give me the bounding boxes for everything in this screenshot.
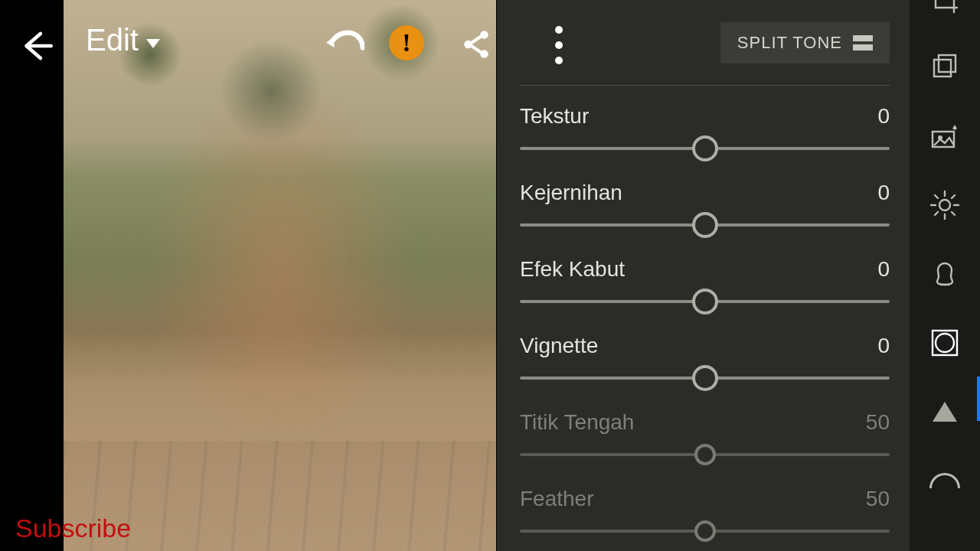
svg-line-11	[952, 195, 955, 198]
svg-rect-1	[939, 55, 956, 72]
slider-feather: Feather 50	[520, 476, 890, 551]
slider-label: Feather	[520, 487, 594, 511]
undo-button[interactable]	[322, 21, 368, 67]
slider-label: Tekstur	[520, 104, 589, 129]
svg-line-19	[472, 37, 482, 43]
top-toolbar: Edit !	[0, 0, 578, 92]
share-button[interactable]	[456, 24, 496, 64]
tool-rail	[910, 0, 980, 551]
slider-track[interactable]	[520, 210, 890, 240]
chevron-down-icon	[146, 39, 160, 48]
slider-track[interactable]	[520, 286, 890, 317]
slider-label: Kejernihan	[520, 181, 622, 205]
slider-titik-tengah: Titik Tengah 50	[520, 399, 890, 476]
slider-value: 50	[866, 487, 890, 511]
presets-icon[interactable]	[928, 51, 962, 84]
color-icon[interactable]	[928, 257, 962, 291]
back-button[interactable]	[14, 24, 57, 67]
slider-value: 0	[877, 257, 890, 282]
slider-track[interactable]	[520, 363, 890, 393]
svg-point-4	[939, 200, 950, 210]
mode-label: Edit	[86, 23, 139, 57]
slider-label: Efek Kabut	[520, 257, 625, 282]
slider-track[interactable]	[520, 133, 890, 164]
detail-icon[interactable]	[928, 326, 962, 360]
sliders-list: Tekstur 0 Kejernihan 0	[520, 86, 890, 551]
slider-tekstur[interactable]: Tekstur 0	[520, 93, 890, 170]
split-tone-label: SPLIT TONE	[737, 33, 842, 53]
slider-value: 50	[866, 410, 890, 435]
slider-track	[520, 516, 890, 546]
light-icon[interactable]	[928, 188, 962, 222]
app-root: SPLIT TONE Tekstur 0 Kejernihan	[0, 0, 980, 551]
slider-label: Titik Tengah	[520, 410, 634, 435]
more-menu-button[interactable]	[546, 26, 572, 64]
subscribe-watermark: Subscribe	[15, 514, 131, 543]
svg-point-15	[936, 334, 954, 352]
exclamation-icon: !	[402, 28, 410, 57]
slider-kejernihan[interactable]: Kejernihan 0	[520, 170, 890, 246]
split-tone-button[interactable]: SPLIT TONE	[720, 22, 890, 64]
svg-rect-0	[934, 60, 951, 77]
slider-efek-kabut[interactable]: Efek Kabut 0	[520, 246, 890, 323]
svg-line-20	[472, 46, 482, 52]
svg-line-9	[935, 195, 938, 198]
auto-icon[interactable]	[928, 119, 962, 153]
crop-icon[interactable]	[928, 0, 962, 15]
slider-track	[520, 439, 890, 470]
mode-dropdown[interactable]: Edit	[86, 23, 160, 57]
active-tool-indicator	[977, 377, 980, 421]
slider-vignette[interactable]: Vignette 0	[520, 323, 890, 399]
slider-label: Vignette	[520, 334, 598, 358]
svg-line-10	[952, 212, 955, 215]
svg-line-12	[935, 212, 938, 215]
split-tone-icon	[853, 35, 873, 51]
geometry-icon[interactable]	[928, 464, 962, 497]
slider-value: 0	[877, 181, 890, 205]
sync-warning-badge[interactable]: !	[389, 25, 424, 60]
optics-icon[interactable]	[928, 395, 962, 429]
slider-value: 0	[877, 334, 890, 358]
slider-value: 0	[877, 104, 890, 129]
